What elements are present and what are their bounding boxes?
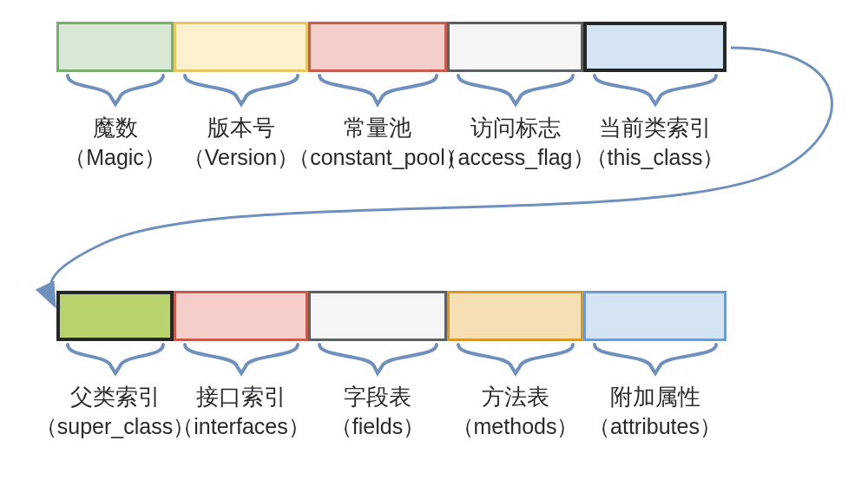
box-access-flag <box>447 22 583 72</box>
label-magic: 魔数 （Magic） <box>56 113 174 173</box>
box-attributes <box>583 291 727 341</box>
box-fields <box>308 291 447 341</box>
label-version-en: （Version） <box>183 143 299 173</box>
label-super-class-cn: 父类索引 <box>70 382 161 412</box>
label-access-flag: 访问标志 （access_flag） <box>447 113 583 173</box>
label-methods: 方法表 （methods） <box>447 382 583 442</box>
label-access-flag-en: （access_flag） <box>436 143 594 173</box>
label-methods-cn: 方法表 <box>482 382 549 412</box>
label-super-class-en: （super_class） <box>36 412 194 442</box>
labels-row-2: 父类索引 （super_class） 接口索引 （interfaces） 字段表… <box>56 382 727 442</box>
brace-attributes <box>583 340 727 384</box>
label-magic-cn: 魔数 <box>93 113 138 143</box>
brace-fields <box>308 340 447 384</box>
brace-super-class <box>56 340 174 384</box>
label-this-class-en: （this_class） <box>586 143 725 173</box>
labels-row-1: 魔数 （Magic） 版本号 （Version） 常量池 （constant_p… <box>56 113 727 173</box>
label-attributes-cn: 附加属性 <box>610 382 700 412</box>
brace-this-class <box>583 71 727 115</box>
box-magic <box>56 22 174 72</box>
box-super-class <box>56 291 174 341</box>
diagram-container: 魔数 （Magic） 版本号 （Version） 常量池 （constant_p… <box>0 0 868 493</box>
brace-interfaces <box>174 340 308 384</box>
label-constant-pool-cn: 常量池 <box>344 113 411 143</box>
label-methods-en: （methods） <box>452 412 579 442</box>
label-access-flag-cn: 访问标志 <box>470 113 561 143</box>
brace-row-1 <box>56 71 727 115</box>
brace-constant-pool <box>308 71 447 115</box>
box-version <box>174 22 308 72</box>
label-super-class: 父类索引 （super_class） <box>56 382 174 442</box>
brace-row-2 <box>56 340 727 384</box>
brace-methods <box>447 340 583 384</box>
label-interfaces-cn: 接口索引 <box>196 382 286 412</box>
box-constant-pool <box>308 22 447 72</box>
label-magic-en: （Magic） <box>64 143 166 173</box>
structure-row-2 <box>56 291 727 341</box>
label-this-class-cn: 当前类索引 <box>599 113 712 143</box>
box-this-class <box>583 22 727 72</box>
brace-access-flag <box>447 71 583 115</box>
label-attributes-en: （attributes） <box>589 412 721 442</box>
brace-magic <box>56 71 174 115</box>
label-attributes: 附加属性 （attributes） <box>583 382 727 442</box>
box-interfaces <box>174 291 308 341</box>
label-this-class: 当前类索引 （this_class） <box>583 113 727 173</box>
label-fields-cn: 字段表 <box>344 382 411 412</box>
box-methods <box>447 291 583 341</box>
structure-row-1 <box>56 22 727 72</box>
label-interfaces-en: （interfaces） <box>172 412 309 442</box>
brace-version <box>174 71 308 115</box>
label-constant-pool: 常量池 （constant_pool） <box>308 113 447 173</box>
label-interfaces: 接口索引 （interfaces） <box>174 382 308 442</box>
label-fields: 字段表 （fields） <box>308 382 447 442</box>
label-fields-en: （fields） <box>331 412 424 442</box>
label-version-cn: 版本号 <box>207 113 275 143</box>
